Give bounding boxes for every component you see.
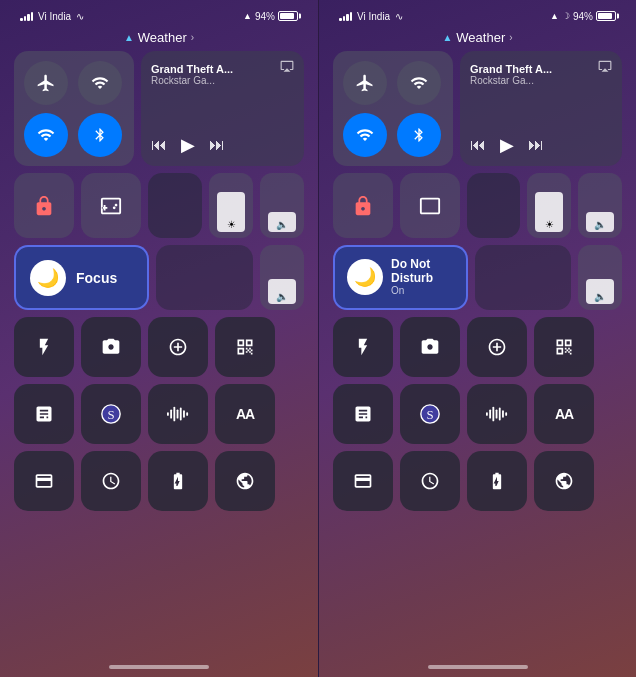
brightness-slider-right[interactable]: ☀ [527,173,571,238]
media-controls-left: ⏮ ▶ ⏭ [151,134,294,156]
prev-btn[interactable]: ⏮ [151,136,167,154]
lock-btn[interactable] [14,173,74,238]
dnd-moon-icon: 🌙 [347,259,383,295]
flashlight-btn[interactable] [14,317,74,377]
wallet-btn-right[interactable] [333,451,393,511]
icon-row-1-left [14,317,304,377]
soundwave-btn[interactable] [148,384,208,444]
target-btn-right[interactable] [467,317,527,377]
signal-bar-r1 [339,18,342,21]
airplay-icon-right[interactable] [598,59,612,76]
play-btn[interactable]: ▶ [181,134,195,156]
focus-right-area [156,245,253,310]
carrier-name: Vi India [38,11,71,22]
calculator-btn-right[interactable] [333,384,393,444]
location-icon-right: ▲ [550,11,559,21]
svg-rect-11 [486,412,488,416]
text-size-btn-right[interactable]: AA [534,384,594,444]
mirror-btn-right[interactable] [400,173,460,238]
connectivity-block-right [333,51,453,166]
media-block-right: Grand Theft A... Rockstar Ga... ⏮ ▶ ⏭ [460,51,622,166]
battery-fill-right [598,13,612,19]
shazam-btn-right[interactable]: S [400,384,460,444]
top-row-right: Grand Theft A... Rockstar Ga... ⏮ ▶ ⏭ [333,51,622,166]
media-controls-right: ⏮ ▶ ⏭ [470,134,612,156]
camera-btn-right[interactable] [400,317,460,377]
dnd-right-slider[interactable]: 🔈 [578,245,622,310]
weather-header-left[interactable]: ▲ Weather › [14,28,304,51]
prev-btn-right[interactable]: ⏮ [470,136,486,154]
volume-slider[interactable]: 🔈 [260,173,304,238]
soundwave-btn-right[interactable] [467,384,527,444]
svg-text:S: S [107,408,114,422]
bluetooth-btn[interactable] [78,113,122,157]
volume-slider-right[interactable]: 🔈 [578,173,622,238]
wifi-status-icon: ∿ [76,11,84,22]
signal-bar-1 [20,18,23,21]
carrier-name-right: Vi India [357,11,390,22]
media-block-left: Grand Theft A... Rockstar Ga... ⏮ ▶ ⏭ [141,51,304,166]
weather-arrow-icon-right: ▲ [442,32,452,43]
shazam-btn[interactable]: S [81,384,141,444]
focus-row-left: 🌙 Focus 🔈 [14,245,304,310]
dark-area-left [148,173,202,238]
battery-saver-btn-right[interactable] [467,451,527,511]
focus-label: Focus [76,270,117,286]
lock-btn-right[interactable] [333,173,393,238]
signal-bar-3 [27,14,30,21]
svg-rect-16 [502,410,504,417]
wifi-btn-right[interactable] [343,113,387,157]
location-icon: ▲ [243,11,252,21]
weather-label-right: Weather [456,30,505,45]
airplane-mode-btn[interactable] [24,61,68,105]
focus-btn[interactable]: 🌙 Focus [14,245,149,310]
brightness-slider[interactable]: ☀ [209,173,253,238]
bluetooth-btn-right[interactable] [397,113,441,157]
weather-header-right[interactable]: ▲ Weather › [333,28,622,51]
qr-btn[interactable] [215,317,275,377]
dnd-header: 🌙 Do Not Disturb On [347,257,454,296]
mirror-btn[interactable] [81,173,141,238]
cc-grid-right: Grand Theft A... Rockstar Ga... ⏮ ▶ ⏭ ☀ [333,51,622,511]
battery-fill [280,13,294,19]
weather-label: Weather [138,30,187,45]
status-right: ▲ 94% [243,11,298,22]
wifi-btn[interactable] [24,113,68,157]
icon-row-3-left [14,451,304,511]
play-btn-right[interactable]: ▶ [500,134,514,156]
media-title: Grand Theft A... [151,63,294,75]
next-btn[interactable]: ⏭ [209,136,225,154]
svg-rect-14 [496,409,498,418]
camera-btn[interactable] [81,317,141,377]
home-indicator-left [109,665,209,669]
airplay-icon[interactable] [280,59,294,76]
clock-btn-right[interactable] [400,451,460,511]
airplane-mode-btn-right[interactable] [343,61,387,105]
text-size-btn[interactable]: AA [215,384,275,444]
globe-btn[interactable] [215,451,275,511]
target-btn[interactable] [148,317,208,377]
svg-rect-15 [499,408,501,421]
qr-btn-right[interactable] [534,317,594,377]
cellular-btn-right[interactable] [397,61,441,105]
wallet-btn[interactable] [14,451,74,511]
media-title-right: Grand Theft A... [470,63,612,75]
signal-bars-right [339,11,352,21]
focus-right-slider[interactable]: 🔈 [260,245,304,310]
calculator-btn[interactable] [14,384,74,444]
dnd-btn[interactable]: 🌙 Do Not Disturb On [333,245,468,310]
battery-percentage-right: 94% [573,11,593,22]
home-indicator-right [428,665,528,669]
globe-btn-right[interactable] [534,451,594,511]
svg-rect-8 [186,412,188,416]
svg-rect-6 [180,408,182,421]
status-right-right: ▲ ☽ 94% [550,11,616,22]
next-btn-right[interactable]: ⏭ [528,136,544,154]
battery-saver-btn[interactable] [148,451,208,511]
dnd-row: 🌙 Do Not Disturb On 🔈 [333,245,622,310]
signal-bar-2 [24,16,27,21]
clock-btn[interactable] [81,451,141,511]
cellular-btn[interactable] [78,61,122,105]
svg-rect-17 [505,412,507,416]
flashlight-btn-right[interactable] [333,317,393,377]
